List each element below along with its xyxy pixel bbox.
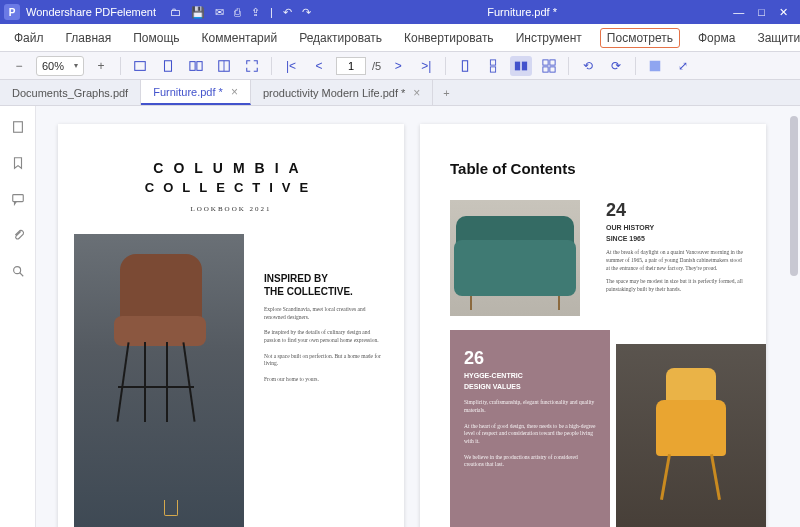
page-first-icon[interactable]: |< [280, 56, 302, 76]
tab-label: Documents_Graphs.pdf [12, 87, 128, 99]
thumbnails-icon[interactable] [9, 118, 27, 136]
history-block: 24 OUR HISTORY SINCE 1965 At the break o… [606, 200, 746, 294]
redo-icon[interactable]: ↷ [302, 6, 311, 19]
para: At the heart of good design, there needs… [464, 423, 596, 446]
svg-rect-2 [190, 61, 195, 70]
page-input[interactable] [336, 57, 366, 75]
maximize-icon[interactable]: □ [758, 6, 765, 19]
page-total: /5 [372, 60, 381, 72]
svg-rect-11 [543, 59, 548, 64]
window-controls: — □ ✕ [733, 6, 796, 19]
mail-icon[interactable]: ✉ [215, 6, 224, 19]
menu-help[interactable]: Помощь [129, 27, 183, 49]
document-canvas[interactable]: COLUMBIA COLLECTIVE LOOKBOOK 2021 INSPIR… [36, 106, 800, 527]
doc-tabs: Documents_Graphs.pdf Furniture.pdf * × p… [0, 80, 800, 106]
menu-protect[interactable]: Защитить [753, 27, 800, 49]
bookmarks-icon[interactable] [9, 154, 27, 172]
svg-rect-8 [491, 66, 496, 71]
svg-rect-3 [197, 61, 202, 70]
menu-tool[interactable]: Инструмент [512, 27, 586, 49]
minimize-icon[interactable]: — [733, 6, 744, 19]
layout-two-continuous-icon[interactable] [538, 56, 560, 76]
main-area: COLUMBIA COLLECTIVE LOOKBOOK 2021 INSPIR… [0, 106, 800, 527]
tab-productivity[interactable]: productivity Modern Life.pdf * × [251, 80, 433, 105]
para: Simplicity, craftsmanship, elegant funct… [464, 399, 596, 414]
hygge-number: 26 [464, 348, 596, 369]
divider: | [270, 6, 273, 19]
menu-edit[interactable]: Редактировать [295, 27, 386, 49]
canvas-scrollbar[interactable] [790, 116, 798, 276]
attachments-icon[interactable] [9, 226, 27, 244]
rotate-right-icon[interactable]: ⟳ [605, 56, 627, 76]
para: Explore Scandinavia, meet local creative… [264, 306, 384, 321]
fullscreen-icon[interactable] [241, 56, 263, 76]
hygge-block: 26 HYGGE-CENTRIC DESIGN VALUES Simplicit… [450, 330, 610, 527]
svg-rect-7 [491, 59, 496, 64]
rotate-left-icon[interactable]: ⟲ [577, 56, 599, 76]
page-last-icon[interactable]: >| [415, 56, 437, 76]
hygge-heading-1: HYGGE-CENTRIC [464, 371, 596, 380]
svg-rect-10 [522, 61, 527, 70]
menubar: Файл Главная Помощь Комментарий Редактир… [0, 24, 800, 52]
comments-icon[interactable] [9, 190, 27, 208]
tab-close-icon[interactable]: × [413, 86, 420, 100]
chair-logo-icon [164, 500, 178, 516]
add-tab-button[interactable]: + [433, 80, 459, 105]
menu-view[interactable]: Посмотреть [600, 28, 680, 48]
zoom-select[interactable]: 60%▾ [36, 56, 84, 76]
pdf-page-1: COLUMBIA COLLECTIVE LOOKBOOK 2021 INSPIR… [58, 124, 404, 527]
history-number: 24 [606, 200, 746, 221]
zoom-out-button[interactable]: − [8, 56, 30, 76]
fit-page-icon[interactable] [157, 56, 179, 76]
menu-home[interactable]: Главная [62, 27, 116, 49]
hygge-heading-2: DESIGN VALUES [464, 382, 596, 391]
page-next-icon[interactable]: > [387, 56, 409, 76]
close-icon[interactable]: ✕ [779, 6, 788, 19]
search-icon[interactable] [9, 262, 27, 280]
layout-two-page-icon[interactable] [510, 56, 532, 76]
svg-rect-1 [165, 60, 172, 71]
history-heading-2: SINCE 1965 [606, 234, 746, 243]
save-icon[interactable]: 💾 [191, 6, 205, 19]
tab-label: Furniture.pdf * [153, 86, 223, 98]
layout-single-icon[interactable] [454, 56, 476, 76]
svg-rect-6 [463, 60, 468, 71]
tab-furniture[interactable]: Furniture.pdf * × [141, 80, 251, 105]
folder-icon[interactable]: 🗀 [170, 6, 181, 19]
tab-close-icon[interactable]: × [231, 85, 238, 99]
menu-file[interactable]: Файл [10, 27, 48, 49]
tab-label: productivity Modern Life.pdf * [263, 87, 405, 99]
app-name: Wondershare PDFelement [26, 6, 156, 18]
page1-title-2: COLLECTIVE [58, 180, 404, 195]
titlebar: P Wondershare PDFelement 🗀 💾 ✉ ⎙ ⇪ | ↶ ↷… [0, 0, 800, 24]
read-mode-icon[interactable] [213, 56, 235, 76]
page1-chair-image [74, 234, 244, 527]
menu-form[interactable]: Форма [694, 27, 739, 49]
undo-icon[interactable]: ↶ [283, 6, 292, 19]
background-icon[interactable] [644, 56, 666, 76]
page1-inspired-block: INSPIRED BY THE COLLECTIVE. Explore Scan… [264, 272, 384, 384]
zoom-in-button[interactable]: + [90, 56, 112, 76]
menu-convert[interactable]: Конвертировать [400, 27, 498, 49]
print-icon[interactable]: ⎙ [234, 6, 241, 19]
layout-continuous-icon[interactable] [482, 56, 504, 76]
inspired-heading-2: THE COLLECTIVE. [264, 285, 384, 298]
para: From our home to yours. [264, 376, 384, 384]
fit-width-icon[interactable] [129, 56, 151, 76]
para: We believe in the productions artistry o… [464, 454, 596, 469]
menu-comment[interactable]: Комментарий [198, 27, 282, 49]
para: The space may be modest in size but it i… [606, 278, 746, 293]
page-prev-icon[interactable]: < [308, 56, 330, 76]
sofa-image [450, 200, 580, 316]
share-icon[interactable]: ⇪ [251, 6, 260, 19]
para: Be inspired by the details of culinary d… [264, 329, 384, 344]
svg-rect-13 [543, 66, 548, 71]
svg-point-18 [13, 267, 20, 274]
eyedropper-icon[interactable]: ⤢ [672, 56, 694, 76]
doc-title: Furniture.pdf * [311, 6, 733, 18]
zoom-value: 60% [37, 60, 69, 72]
history-heading-1: OUR HISTORY [606, 223, 746, 232]
svg-rect-9 [515, 61, 520, 70]
tab-documents-graphs[interactable]: Documents_Graphs.pdf [0, 80, 141, 105]
fit-actual-icon[interactable] [185, 56, 207, 76]
